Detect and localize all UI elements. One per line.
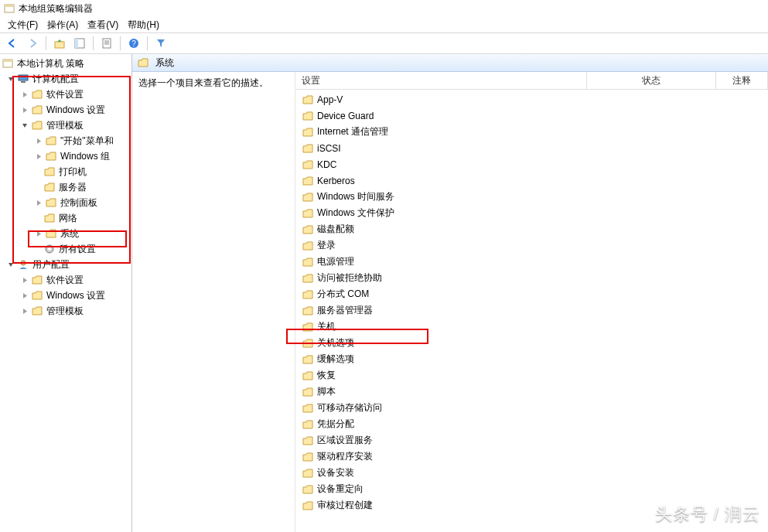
user-icon	[17, 258, 29, 271]
tree-control-panel[interactable]: 控制面板	[0, 195, 131, 210]
back-button[interactable]	[3, 34, 22, 53]
chevron-right-icon[interactable]	[20, 90, 29, 99]
tree-admin-templates[interactable]: 管理模板	[0, 118, 131, 133]
list-item[interactable]: 缓解选项	[295, 351, 768, 367]
menu-action[interactable]: 操作(A)	[43, 17, 83, 33]
list-item[interactable]: 磁盘配额	[295, 221, 768, 237]
list-item[interactable]: Internet 通信管理	[295, 124, 768, 140]
list-item[interactable]: 服务器管理器	[295, 302, 768, 319]
tree-user-admin[interactable]: 管理模板	[0, 303, 131, 319]
list-item[interactable]: Kerberos	[295, 172, 768, 189]
list-item-label: 凭据分配	[317, 418, 354, 431]
list-item[interactable]: 驱动程序安装	[295, 448, 768, 465]
folder-icon	[302, 305, 314, 317]
tree-printers[interactable]: 打印机	[0, 164, 131, 179]
tree-network[interactable]: 网络	[0, 210, 131, 226]
menu-file[interactable]: 文件(F)	[3, 17, 43, 33]
tree-computer-config[interactable]: 计算机配置	[0, 71, 131, 87]
list-item-label: Windows 时间服务	[317, 190, 394, 203]
folder-icon	[302, 110, 314, 122]
tree-label: 控制面板	[60, 196, 97, 210]
tree-servers[interactable]: 服务器	[0, 179, 131, 195]
list-item[interactable]: 关机选项	[295, 335, 768, 351]
list-item[interactable]: 可移动存储访问	[295, 400, 768, 416]
list-item[interactable]: Windows 文件保护	[295, 205, 768, 221]
toolbar: ?	[0, 32, 768, 54]
show-hide-tree-button[interactable]	[70, 34, 89, 53]
tree-user-windows[interactable]: Windows 设置	[0, 288, 131, 303]
list-body[interactable]: App-VDevice GuardInternet 通信管理iSCSIKDCKe…	[295, 90, 768, 515]
tree-software-settings[interactable]: 软件设置	[0, 87, 131, 102]
list-item[interactable]: 脚本	[295, 384, 768, 400]
list-item[interactable]: 登录	[295, 237, 768, 254]
list-item[interactable]: 分布式 COM	[295, 286, 768, 302]
list-item[interactable]: KDC	[295, 156, 768, 172]
tree-user-software[interactable]: 软件设置	[0, 272, 131, 288]
folder-icon	[302, 418, 314, 431]
workspace: 本地计算机 策略 计算机配置 软件设置 Windows 设置 管理模板	[0, 54, 768, 532]
list-item[interactable]: Windows 时间服务	[295, 189, 768, 205]
tree-root[interactable]: 本地计算机 策略	[0, 56, 131, 71]
console-tree[interactable]: 本地计算机 策略 计算机配置 软件设置 Windows 设置 管理模板	[0, 54, 131, 320]
chevron-down-icon[interactable]	[6, 260, 15, 269]
col-setting[interactable]: 设置	[295, 72, 587, 89]
folder-icon	[43, 212, 56, 224]
folder-icon	[43, 181, 56, 193]
col-note[interactable]: 注释	[716, 72, 768, 89]
forward-button[interactable]	[23, 34, 42, 53]
title-bar: 本地组策略编辑器	[0, 0, 768, 17]
folder-icon	[302, 94, 314, 106]
chevron-right-icon[interactable]	[34, 229, 43, 238]
chevron-down-icon[interactable]	[6, 74, 15, 84]
tree-windows-components[interactable]: Windows 组	[0, 148, 131, 164]
menu-view[interactable]: 查看(V)	[83, 17, 123, 33]
list-item[interactable]: 电源管理	[295, 254, 768, 270]
list-item-label: 脚本	[317, 385, 336, 398]
tree-user-config[interactable]: 用户配置	[0, 257, 131, 272]
chevron-right-icon[interactable]	[34, 152, 43, 161]
help-button[interactable]: ?	[125, 34, 143, 53]
list-item[interactable]: 设备重定向	[295, 481, 768, 497]
filter-button[interactable]	[152, 34, 170, 53]
list-item[interactable]: 设备安装	[295, 465, 768, 481]
tree-all-settings[interactable]: 所有设置	[0, 241, 131, 257]
list-item[interactable]: Device Guard	[295, 107, 768, 124]
chevron-down-icon[interactable]	[20, 121, 29, 130]
folder-icon	[45, 150, 57, 162]
chevron-right-icon[interactable]	[20, 105, 29, 114]
list-item[interactable]: App-V	[295, 91, 768, 107]
list-item[interactable]: 恢复	[295, 367, 768, 384]
chevron-right-icon[interactable]	[20, 275, 29, 285]
tree-windows-settings[interactable]: Windows 设置	[0, 102, 131, 118]
list-item[interactable]: 凭据分配	[295, 416, 768, 432]
col-state[interactable]: 状态	[587, 72, 716, 89]
list-item-label: 可移动存储访问	[317, 401, 382, 414]
list-item-label: 访问被拒绝协助	[317, 271, 382, 285]
folder-icon	[302, 288, 314, 301]
chevron-right-icon[interactable]	[20, 306, 29, 315]
tree-label: 打印机	[59, 165, 87, 179]
tree-start-menu[interactable]: "开始"菜单和	[0, 133, 131, 148]
menu-help[interactable]: 帮助(H)	[123, 17, 164, 33]
list-item-label: 审核过程创建	[317, 499, 373, 512]
chevron-right-icon[interactable]	[34, 198, 43, 207]
tree-system[interactable]: 系统	[0, 226, 131, 241]
list-item[interactable]: 访问被拒绝协助	[295, 270, 768, 286]
list-item[interactable]: iSCSI	[295, 140, 768, 156]
list-item[interactable]: 关机	[295, 319, 768, 335]
chevron-right-icon[interactable]	[34, 136, 43, 145]
computer-icon	[17, 73, 29, 85]
detail-header: 系统	[132, 54, 768, 72]
list-item-label: iSCSI	[317, 143, 341, 154]
chevron-right-icon[interactable]	[20, 291, 29, 300]
properties-button[interactable]	[97, 34, 116, 53]
tree-label: 系统	[60, 227, 79, 240]
list-item-label: 服务器管理器	[317, 304, 373, 317]
folder-icon	[302, 223, 314, 236]
folder-icon	[302, 467, 314, 479]
tree-label: "开始"菜单和	[60, 135, 114, 148]
list-item[interactable]: 区域设置服务	[295, 432, 768, 448]
up-button[interactable]	[50, 34, 69, 53]
svg-rect-2	[55, 42, 64, 48]
description-column: 选择一个项目来查看它的描述。	[132, 72, 295, 532]
